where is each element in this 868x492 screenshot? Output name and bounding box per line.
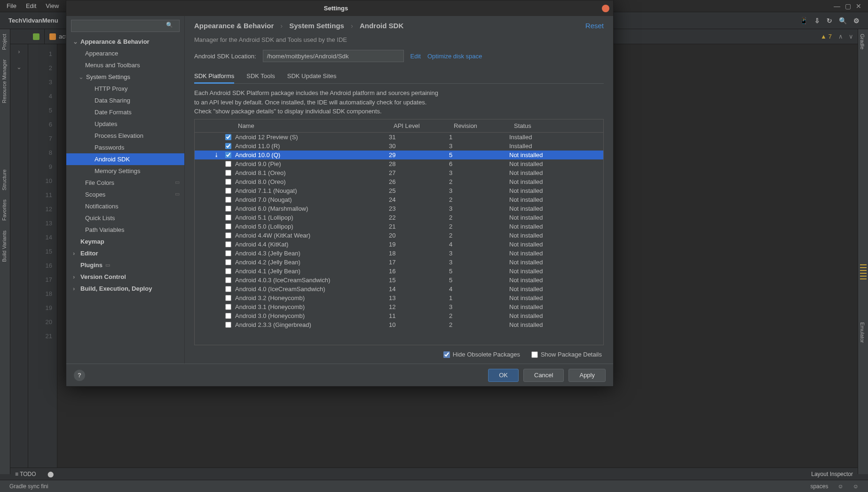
tree-system-settings[interactable]: ⌄System Settings: [66, 71, 184, 83]
sdk-row-checkbox[interactable]: [225, 152, 231, 158]
tree-memory-settings[interactable]: Memory Settings: [66, 165, 184, 177]
sdk-row-checkbox[interactable]: [225, 286, 231, 292]
sdk-row[interactable]: Android 2.3.3 (Gingerbread)102Not instal…: [195, 320, 603, 329]
sdk-row-checkbox[interactable]: [225, 223, 231, 230]
optimize-link[interactable]: Optimize disk space: [427, 53, 482, 60]
sdk-row[interactable]: Android 3.0 (Honeycomb)112Not installed: [195, 311, 603, 320]
tree-appearance[interactable]: Appearance: [66, 48, 184, 59]
prev-highlight[interactable]: ∧: [836, 33, 846, 40]
status-indent[interactable]: spaces: [805, 483, 833, 490]
sdk-row[interactable]: Android 5.0 (Lollipop)212Not installed: [195, 222, 603, 231]
sdk-row[interactable]: Android 4.4W (KitKat Wear)202Not install…: [195, 231, 603, 240]
sdk-row-checkbox[interactable]: [225, 250, 231, 256]
sdk-row[interactable]: Android 4.3 (Jelly Bean)183Not installed: [195, 249, 603, 258]
download-icon[interactable]: ⇩: [814, 17, 820, 24]
settings-close-icon[interactable]: [602, 5, 609, 12]
tool-layout-inspector[interactable]: Layout Inspector: [811, 471, 853, 477]
sdk-row-checkbox[interactable]: [225, 232, 231, 238]
status-face-icon[interactable]: ☺: [833, 483, 848, 490]
settings-tree[interactable]: ⌄Appearance & Behavior Appearance Menus …: [66, 36, 184, 364]
project-tree-bar[interactable]: › ⌄: [10, 44, 28, 468]
sdk-row-checkbox[interactable]: [225, 277, 231, 283]
sdk-row[interactable]: ⭳Android 10.0 (Q)295Not installed: [195, 151, 603, 159]
sdk-row-checkbox[interactable]: [225, 206, 231, 212]
col-name[interactable]: Name: [233, 119, 389, 132]
tree-path-variables[interactable]: Path Variables: [66, 224, 184, 236]
minimize-icon[interactable]: —: [834, 2, 840, 10]
tool-structure[interactable]: Structure: [0, 165, 8, 195]
col-revision[interactable]: Revision: [449, 119, 509, 132]
sdk-row[interactable]: Android 8.1 (Oreo)273Not installed: [195, 168, 603, 177]
sdk-row[interactable]: Android 5.1 (Lollipop)222Not installed: [195, 213, 603, 222]
sdk-row-checkbox[interactable]: [225, 295, 231, 301]
menu-file[interactable]: File: [2, 0, 21, 11]
sdk-row[interactable]: Android 4.0 (IceCreamSandwich)144Not ins…: [195, 285, 603, 294]
tree-passwords[interactable]: Passwords: [66, 142, 184, 153]
sdk-row[interactable]: Android 8.0 (Oreo)262Not installed: [195, 177, 603, 186]
reset-link[interactable]: Reset: [585, 22, 604, 30]
next-highlight[interactable]: ∨: [846, 33, 856, 40]
sdk-row-checkbox[interactable]: [225, 188, 231, 194]
sdk-row[interactable]: Android 4.0.3 (IceCreamSandwich)155Not i…: [195, 276, 603, 285]
breadcrumb-system-settings[interactable]: System Settings: [289, 22, 344, 30]
sdk-row[interactable]: Android 12 Preview (S)311Installed: [195, 133, 603, 142]
sdk-row[interactable]: Android 6.0 (Marshmallow)233Not installe…: [195, 204, 603, 213]
sdk-row[interactable]: Android 4.2 (Jelly Bean)173Not installed: [195, 258, 603, 267]
hide-obsolete-check[interactable]: Hide Obsolete Packages: [443, 351, 520, 358]
ok-button[interactable]: OK: [488, 369, 519, 382]
tree-updates[interactable]: Updates: [66, 118, 184, 130]
tool-todo[interactable]: ≡ TODO: [15, 471, 36, 477]
tree-version-control[interactable]: ›Version Control: [66, 271, 184, 283]
device-icon[interactable]: 📱: [800, 17, 808, 24]
tree-android-sdk[interactable]: Android SDK: [66, 153, 184, 165]
chevron-down-icon[interactable]: ⌄: [16, 63, 22, 71]
sdk-row-checkbox[interactable]: [225, 322, 231, 328]
sdk-location-input[interactable]: [263, 50, 404, 62]
maximize-icon[interactable]: ▢: [845, 2, 851, 10]
editor-tab-1[interactable]: [28, 29, 45, 44]
sdk-table-body[interactable]: Android 12 Preview (S)311InstalledAndroi…: [195, 133, 603, 345]
tree-date-formats[interactable]: Date Formats: [66, 106, 184, 118]
col-api-level[interactable]: API Level: [389, 119, 449, 132]
breadcrumb-android-sdk[interactable]: Android SDK: [360, 22, 403, 30]
help-button[interactable]: ?: [74, 370, 85, 381]
actions-icon[interactable]: ⚙: [853, 17, 860, 24]
sdk-row-checkbox[interactable]: [225, 170, 231, 176]
sdk-row[interactable]: Android 11.0 (R)303Installed: [195, 142, 603, 151]
tool-resource-manager[interactable]: Resource Manager: [0, 55, 8, 108]
tree-menus-toolbars[interactable]: Menus and Toolbars: [66, 59, 184, 71]
sdk-row-checkbox[interactable]: [225, 161, 231, 167]
tree-editor[interactable]: ›Editor: [66, 247, 184, 259]
tree-keymap[interactable]: Keymap: [66, 236, 184, 247]
tree-quick-lists[interactable]: Quick Lists: [66, 212, 184, 224]
sdk-row-checkbox[interactable]: [225, 268, 231, 274]
tool-favorites[interactable]: Favorites: [0, 195, 8, 225]
breadcrumb-appearance[interactable]: Appearance & Behavior: [194, 22, 274, 30]
sdk-row[interactable]: Android 3.2 (Honeycomb)131Not installed: [195, 294, 603, 302]
inspection-warnings[interactable]: ▲ 7: [817, 33, 836, 40]
tree-process-elevation[interactable]: Process Elevation: [66, 130, 184, 142]
sdk-row-checkbox[interactable]: [225, 259, 231, 265]
sdk-row[interactable]: Android 4.4 (KitKat)194Not installed: [195, 240, 603, 249]
chevron-right-icon[interactable]: ›: [18, 48, 20, 55]
search-icon[interactable]: 🔍: [839, 17, 847, 24]
sdk-row[interactable]: Android 3.1 (Honeycomb)123Not installed: [195, 302, 603, 311]
tree-data-sharing[interactable]: Data Sharing: [66, 95, 184, 106]
tab-sdk-platforms[interactable]: SDK Platforms: [194, 70, 234, 84]
tool-problems-icon[interactable]: ⬤: [47, 471, 54, 477]
close-icon[interactable]: ✕: [856, 2, 861, 10]
sdk-row-checkbox[interactable]: [225, 241, 231, 247]
status-user-icon[interactable]: ☺: [848, 483, 863, 490]
col-status[interactable]: Status: [509, 119, 603, 132]
tree-file-colors[interactable]: File Colors▭: [66, 177, 184, 189]
tool-project[interactable]: Project: [0, 29, 8, 55]
sdk-row-checkbox[interactable]: [225, 313, 231, 319]
settings-search-input[interactable]: [71, 20, 180, 32]
tree-http-proxy[interactable]: HTTP Proxy: [66, 83, 184, 95]
menu-edit[interactable]: Edit: [21, 0, 41, 11]
sdk-row-checkbox[interactable]: [225, 134, 231, 140]
tree-build[interactable]: ›Build, Execution, Deploy: [66, 283, 184, 294]
sdk-row[interactable]: Android 7.1.1 (Nougat)253Not installed: [195, 186, 603, 195]
sdk-row-checkbox[interactable]: [225, 304, 231, 310]
tree-appearance-behavior[interactable]: ⌄Appearance & Behavior: [66, 36, 184, 48]
